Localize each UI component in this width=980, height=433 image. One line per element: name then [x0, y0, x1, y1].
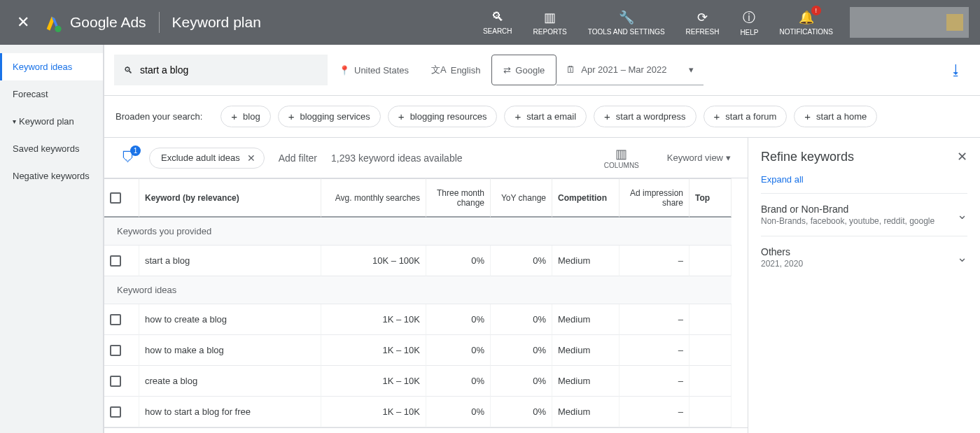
calendar-icon: 🗓 [566, 64, 575, 75]
cell-top [690, 397, 732, 427]
cell-yoy: 0% [491, 366, 552, 397]
cell-three-month: 0% [426, 335, 491, 366]
cell-searches: 1K – 10K [321, 366, 426, 397]
col-three-month[interactable]: Three month change [426, 178, 491, 218]
plus-icon: + [514, 111, 521, 122]
row-checkbox [104, 366, 139, 397]
avatar [946, 14, 963, 31]
broaden-label: Broaden your search: [115, 111, 202, 122]
language-control[interactable]: 文AEnglish [420, 55, 491, 85]
row-checkbox [104, 304, 139, 335]
cell-three-month: 0% [426, 397, 491, 427]
keyword-table: Keyword (by relevance) Avg. monthly sear… [104, 178, 748, 428]
tools-action[interactable]: 🔧TOOLS AND SETTINGS [588, 10, 665, 36]
nav-negative-keywords[interactable]: Negative keywords [0, 162, 103, 190]
add-filter-button[interactable]: Add filter [279, 152, 317, 164]
section-ideas: Keyword ideas [104, 276, 732, 304]
cell-top [690, 304, 732, 335]
broaden-chip[interactable]: +blog [220, 106, 270, 127]
refine-section[interactable]: Brand or Non-BrandNon-Brands, facebook, … [761, 193, 967, 236]
filter-icon[interactable]: ⛉1 [121, 150, 135, 166]
network-control[interactable]: ⇄Google [491, 55, 556, 85]
col-top[interactable]: Top [690, 178, 732, 218]
download-icon[interactable]: ⭳ [944, 57, 969, 84]
cell-three-month: 0% [426, 246, 491, 276]
broaden-chip[interactable]: +start a home [794, 106, 877, 127]
columns-button[interactable]: ▥COLUMNS [604, 146, 639, 169]
row-checkbox-input[interactable] [110, 406, 121, 418]
row-checkbox-input[interactable] [110, 314, 121, 325]
cell-yoy: 0% [491, 246, 552, 276]
close-refine-icon[interactable]: ✕ [957, 149, 967, 164]
cell-three-month: 0% [426, 366, 491, 397]
chevron-down-icon: ▾ [689, 64, 694, 75]
col-searches[interactable]: Avg. monthly searches [321, 178, 426, 218]
controls-bar: 🔍︎ 📍United States 文AEnglish ⇄Google 🗓Apr… [104, 45, 980, 96]
refine-section[interactable]: Others2021, 2020⌄ [761, 236, 967, 278]
cell-yoy: 0% [491, 335, 552, 366]
refine-panel: Refine keywords ✕ Expand all Brand or No… [748, 138, 980, 433]
svg-point-0 [55, 26, 61, 32]
cell-yoy: 0% [491, 397, 552, 427]
refine-title: Refine keywords [761, 150, 854, 164]
keyword-view-dropdown[interactable]: Keyword view▾ [667, 152, 731, 163]
close-icon[interactable]: ✕ [11, 8, 35, 37]
col-keyword[interactable]: Keyword (by relevance) [139, 178, 321, 218]
broaden-search-bar: Broaden your search: +blog+blogging serv… [104, 96, 980, 138]
broaden-chip[interactable]: +start a email [504, 106, 587, 127]
search-icon: 🔍︎ [124, 65, 133, 76]
filter-count-badge: 1 [130, 145, 141, 156]
help-action[interactable]: ⓘHELP [740, 9, 758, 36]
cell-competition: Medium [552, 366, 620, 397]
expand-all-link[interactable]: Expand all [761, 174, 804, 185]
cell-three-month: 0% [426, 304, 491, 335]
brand-group: Google Ads [43, 13, 146, 32]
keyword-search-box[interactable]: 🔍︎ [114, 55, 328, 85]
nav-saved-keywords[interactable]: Saved keywords [0, 135, 103, 162]
cell-searches: 1K – 10K [321, 304, 426, 335]
refine-section-title: Others [761, 246, 803, 257]
col-checkbox [104, 178, 139, 218]
cell-top [690, 366, 732, 397]
brand-text: Google Ads [70, 14, 146, 31]
col-competition[interactable]: Competition [552, 178, 620, 218]
pin-icon: 📍 [339, 65, 350, 76]
cell-searches: 10K – 100K [321, 246, 426, 276]
notification-badge: ! [811, 6, 821, 15]
account-switcher[interactable] [850, 7, 969, 38]
cell-impression: – [620, 304, 690, 335]
page-title: Keyword plan [172, 14, 261, 31]
keyword-search-input[interactable] [140, 64, 318, 76]
header-actions: 🔍︎SEARCH ▥REPORTS 🔧TOOLS AND SETTINGS ⟳R… [483, 9, 833, 36]
broaden-chip[interactable]: +start a forum [704, 106, 788, 127]
cell-top [690, 246, 732, 276]
translate-icon: 文A [431, 64, 447, 76]
search-action[interactable]: 🔍︎SEARCH [483, 10, 512, 35]
refine-section-sub: 2021, 2020 [761, 259, 803, 269]
network-icon: ⇄ [503, 65, 511, 76]
location-control[interactable]: 📍United States [328, 55, 420, 85]
reports-action[interactable]: ▥REPORTS [533, 10, 567, 36]
broaden-chip[interactable]: +blogging resources [388, 106, 498, 127]
row-checkbox [104, 246, 139, 276]
col-impression[interactable]: Ad impression share [620, 178, 690, 218]
row-checkbox-input[interactable] [110, 345, 121, 356]
notifications-action[interactable]: 🔔!NOTIFICATIONS [780, 10, 833, 36]
broaden-chip[interactable]: +start a wordpress [594, 106, 696, 127]
refresh-action[interactable]: ⟳REFRESH [686, 10, 720, 36]
remove-filter-icon[interactable]: ✕ [247, 152, 255, 164]
cell-competition: Medium [552, 304, 620, 335]
row-checkbox-input[interactable] [110, 255, 121, 267]
help-icon: ⓘ [743, 9, 755, 26]
nav-keyword-plan[interactable]: ▾Keyword plan [0, 108, 103, 135]
cell-top [690, 335, 732, 366]
date-range-control[interactable]: 🗓Apr 2021 – Mar 2022▾ [556, 55, 704, 85]
filter-chip-exclude-adult[interactable]: Exclude adult ideas✕ [149, 148, 265, 169]
row-checkbox-input[interactable] [110, 376, 121, 387]
select-all-checkbox[interactable] [110, 192, 121, 204]
col-yoy[interactable]: YoY change [491, 178, 552, 218]
wrench-icon: 🔧 [619, 10, 634, 25]
broaden-chip[interactable]: +blogging services [278, 106, 381, 127]
nav-forecast[interactable]: Forecast [0, 80, 103, 108]
nav-keyword-ideas[interactable]: Keyword ideas [0, 53, 103, 80]
